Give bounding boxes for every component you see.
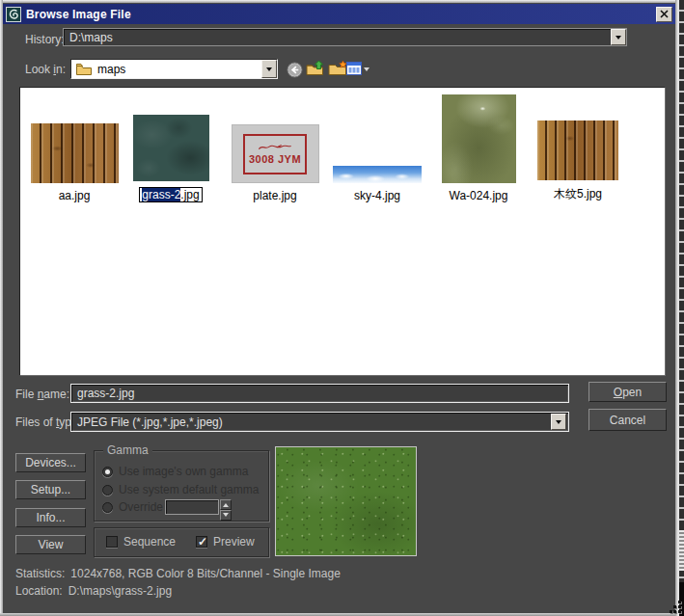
background-app-strip xyxy=(678,0,684,616)
view-menu-icon[interactable] xyxy=(346,62,362,75)
history-value: D:\maps xyxy=(69,31,113,44)
file-label[interactable]: plate.jpg xyxy=(253,189,296,202)
thumbnail-grass-2[interactable] xyxy=(133,115,209,181)
look-in-dropdown-arrow-icon[interactable] xyxy=(261,60,277,78)
statistics-value: 1024x768, RGB Color 8 Bits/Channel - Sin… xyxy=(70,567,341,580)
thumbnail-wood5[interactable] xyxy=(537,121,618,180)
radio-override-gamma[interactable]: Override xyxy=(102,500,163,514)
look-in-value: maps xyxy=(97,63,125,76)
file-item-aa[interactable]: aa.jpg xyxy=(21,123,127,202)
override-gamma-spinner[interactable] xyxy=(220,499,232,515)
preview-label: Preview xyxy=(213,535,255,549)
browse-image-file-dialog: Browse Image File History: D:\maps Look … xyxy=(0,0,684,616)
spinner-up-icon[interactable] xyxy=(220,499,232,510)
cancel-button[interactable]: Cancel xyxy=(588,409,667,431)
thumbnail-wa-024[interactable] xyxy=(442,94,516,183)
devices-button[interactable]: Devices... xyxy=(15,453,86,472)
resize-grip-icon[interactable] xyxy=(670,601,682,613)
go-back-icon[interactable] xyxy=(286,61,303,78)
radio-icon[interactable] xyxy=(102,467,113,477)
history-label: History: xyxy=(25,33,65,46)
window-title: Browse Image File xyxy=(26,8,131,21)
look-in-dropdown[interactable]: maps xyxy=(70,59,278,79)
files-of-type-value: JPEG File (*.jpg,*.jpe,*.jpeg) xyxy=(77,415,223,429)
override-gamma-input[interactable] xyxy=(165,499,219,515)
up-one-level-icon[interactable] xyxy=(306,60,325,77)
preview-checkbox[interactable]: Preview xyxy=(196,535,255,549)
statistics-label: Statistics: xyxy=(15,567,65,580)
radio-use-system-gamma[interactable]: Use system default gamma xyxy=(102,483,259,496)
view-button[interactable]: View xyxy=(15,535,86,554)
setup-button[interactable]: Setup... xyxy=(15,480,86,499)
plate-signature-squiggle xyxy=(254,143,296,152)
radio-icon[interactable] xyxy=(102,485,113,495)
spinner-down-icon[interactable] xyxy=(220,510,232,521)
file-item-grass-2[interactable]: grass-2.jpg xyxy=(118,115,224,202)
checkbox-icon[interactable] xyxy=(106,536,118,548)
history-dropdown[interactable]: D:\maps xyxy=(63,28,627,46)
history-dropdown-arrow-icon[interactable] xyxy=(611,29,626,45)
file-name-value: grass-2.jpg xyxy=(77,387,134,400)
thumbnail-plate[interactable]: 3008 JYM xyxy=(232,124,319,183)
checkbox-checked-icon[interactable] xyxy=(196,536,207,548)
file-label-rename-field[interactable]: grass-2.jpg xyxy=(139,187,202,202)
files-of-type-dropdown[interactable]: JPEG File (*.jpg,*.jpe,*.jpeg) xyxy=(70,412,569,432)
radio-icon[interactable] xyxy=(102,502,113,513)
thumbnail-aa[interactable] xyxy=(31,123,119,183)
file-item-wa-024[interactable]: Wa-024.jpg xyxy=(425,94,532,202)
file-label[interactable]: sky-4.jpg xyxy=(354,189,400,202)
file-item-sky-4[interactable]: sky-4.jpg xyxy=(324,166,430,202)
file-label[interactable]: Wa-024.jpg xyxy=(450,189,508,202)
license-plate-graphic: 3008 JYM xyxy=(243,134,307,174)
open-button[interactable]: Open xyxy=(588,382,667,402)
info-button[interactable]: Info... xyxy=(15,508,86,527)
title-bar[interactable]: Browse Image File xyxy=(3,4,675,24)
file-name-label: File name: xyxy=(15,388,69,401)
view-menu-chevron-down-icon[interactable] xyxy=(363,67,370,74)
file-item-plate[interactable]: 3008 JYM plate.jpg xyxy=(222,124,328,202)
create-new-folder-icon[interactable] xyxy=(328,60,348,77)
file-label[interactable]: aa.jpg xyxy=(59,189,91,202)
file-label[interactable]: 木纹5.jpg xyxy=(554,186,602,202)
sequence-label: Sequence xyxy=(123,535,176,549)
statistics-line: Statistics:1024x768, RGB Color 8 Bits/Ch… xyxy=(15,567,341,580)
file-item-wood5[interactable]: 木纹5.jpg xyxy=(525,121,631,202)
location-value: D:\maps\grass-2.jpg xyxy=(68,584,172,598)
preview-image xyxy=(275,446,417,556)
app-icon xyxy=(6,7,21,22)
location-line: Location:D:\maps\grass-2.jpg xyxy=(15,584,172,598)
thumbnail-sky-4[interactable] xyxy=(333,166,422,183)
look-in-label: Look in: xyxy=(25,63,66,76)
sequence-checkbox[interactable]: Sequence xyxy=(106,535,176,549)
window-border xyxy=(0,0,678,3)
location-label: Location: xyxy=(15,584,63,598)
folder-icon xyxy=(76,63,92,75)
close-icon[interactable] xyxy=(656,7,672,22)
radio-use-image-gamma[interactable]: Use image's own gamma xyxy=(102,465,248,478)
files-of-type-dropdown-arrow-icon[interactable] xyxy=(551,414,566,430)
file-list-area: aa.jpg grass-2.jpg 3008 JYM plate.jpg sk… xyxy=(19,87,666,376)
gamma-group-title: Gamma xyxy=(103,443,152,457)
window-border xyxy=(0,0,3,616)
file-name-input[interactable]: grass-2.jpg xyxy=(70,384,569,403)
